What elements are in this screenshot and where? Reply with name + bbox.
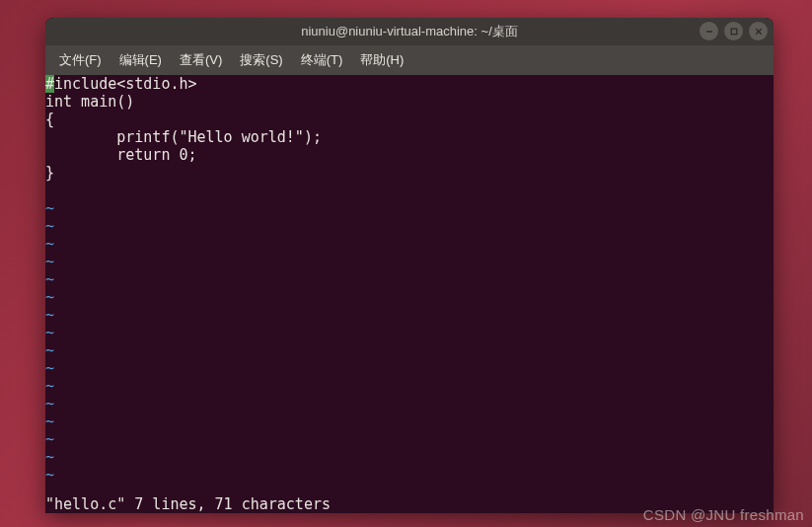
tilde-line: ~	[45, 235, 774, 253]
tilde-line: ~	[45, 359, 774, 377]
code-line-2: int main()	[45, 93, 774, 111]
tilde-line: ~	[45, 306, 774, 324]
tilde-line: ~	[45, 341, 774, 359]
menu-view[interactable]: 查看(V)	[172, 47, 230, 73]
menu-file[interactable]: 文件(F)	[51, 47, 110, 73]
minimize-icon	[704, 27, 714, 37]
maximize-button[interactable]	[724, 22, 743, 40]
window-controls	[700, 22, 768, 40]
titlebar[interactable]: niuniu@niuniu-virtual-machine: ~/桌面	[45, 18, 774, 45]
editor-area[interactable]: #include<stdio.h> int main() { printf("H…	[45, 75, 774, 495]
code-line-6: }	[45, 164, 774, 182]
code-line-1: #include<stdio.h>	[45, 75, 774, 93]
menu-terminal[interactable]: 终端(T)	[293, 47, 351, 73]
tilde-line: ~	[45, 217, 774, 235]
terminal-window: niuniu@niuniu-virtual-machine: ~/桌面 文件(F…	[45, 18, 774, 513]
close-icon	[754, 27, 764, 37]
tilde-line: ~	[45, 288, 774, 306]
menu-edit[interactable]: 编辑(E)	[111, 47, 170, 73]
minimize-button[interactable]	[700, 22, 718, 40]
close-button[interactable]	[749, 22, 768, 40]
tilde-line: ~	[45, 395, 774, 413]
code-line-7	[45, 182, 774, 199]
code-line-4: printf("Hello world!");	[45, 128, 774, 146]
svg-rect-1	[731, 29, 737, 35]
code-line-5: return 0;	[45, 146, 774, 164]
tilde-line: ~	[45, 324, 774, 341]
menubar: 文件(F) 编辑(E) 查看(V) 搜索(S) 终端(T) 帮助(H)	[45, 45, 774, 75]
tilde-line: ~	[45, 448, 774, 466]
tilde-line: ~	[45, 377, 774, 395]
watermark: CSDN @JNU freshman	[643, 506, 804, 523]
tilde-line: ~	[45, 253, 774, 270]
window-title: niuniu@niuniu-virtual-machine: ~/桌面	[301, 23, 518, 40]
tilde-line: ~	[45, 199, 774, 217]
tilde-line: ~	[45, 270, 774, 288]
menu-search[interactable]: 搜索(S)	[232, 47, 290, 73]
code-text: include<stdio.h>	[54, 75, 197, 93]
code-line-3: {	[45, 111, 774, 128]
maximize-icon	[729, 27, 739, 37]
cursor: #	[45, 75, 54, 93]
terminal-viewport[interactable]: #include<stdio.h> int main() { printf("H…	[45, 75, 774, 513]
tilde-line: ~	[45, 430, 774, 448]
tilde-line: ~	[45, 466, 774, 484]
tilde-line: ~	[45, 413, 774, 430]
menu-help[interactable]: 帮助(H)	[352, 47, 411, 73]
